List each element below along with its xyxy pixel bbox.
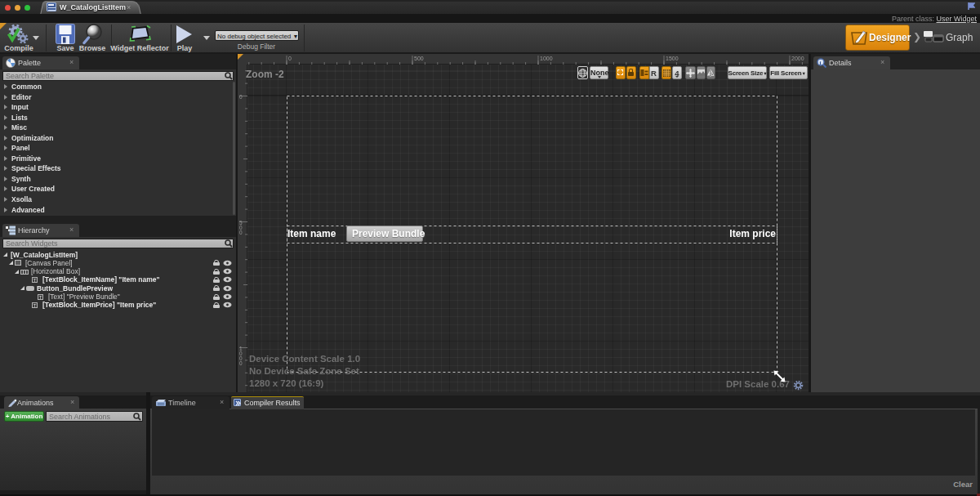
svg-text:i: i — [820, 60, 822, 66]
